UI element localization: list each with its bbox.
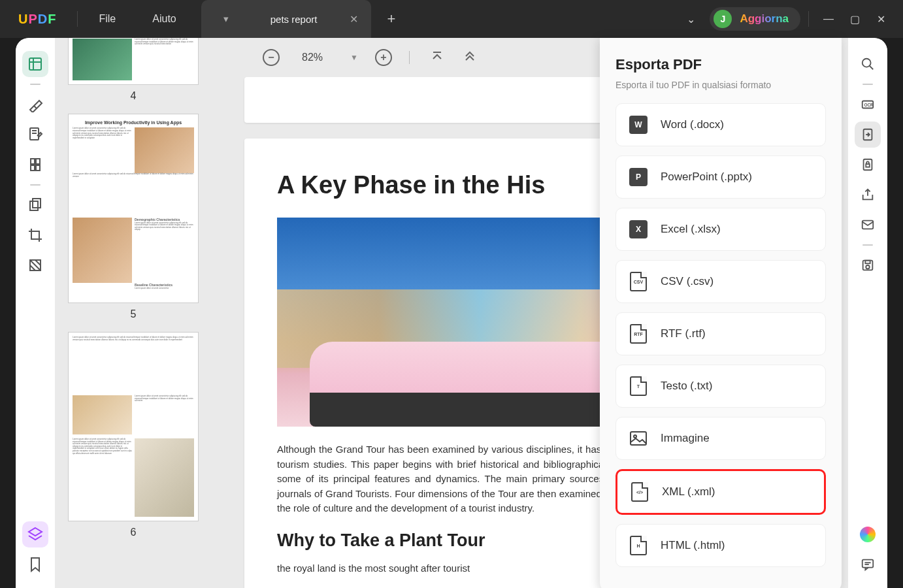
svg-rect-7 bbox=[36, 159, 40, 164]
svg-rect-0 bbox=[29, 58, 41, 70]
divider bbox=[808, 11, 809, 27]
avatar: J bbox=[714, 10, 732, 28]
excel-icon: X bbox=[629, 220, 648, 238]
upgrade-label: Aggiorna bbox=[740, 12, 789, 25]
export-button[interactable] bbox=[855, 122, 881, 148]
export-subtitle: Esporta il tuo PDF in qualsiasi formato bbox=[616, 80, 826, 90]
user-badge[interactable]: J Aggiorna bbox=[710, 7, 800, 31]
zoom-dropdown-icon[interactable]: ▼ bbox=[345, 53, 363, 62]
protect-button[interactable] bbox=[855, 152, 881, 178]
export-text[interactable]: T Testo (.txt) bbox=[616, 365, 826, 408]
thumbnail-number-6: 6 bbox=[68, 527, 199, 538]
minimize-button[interactable]: — bbox=[822, 13, 835, 25]
right-toolbar: OCR bbox=[848, 38, 887, 588]
svg-rect-26 bbox=[865, 261, 870, 264]
thumbnail-number-5: 5 bbox=[68, 308, 199, 320]
rtf-icon: RTF bbox=[629, 325, 648, 343]
menu-help[interactable]: Aiuto bbox=[134, 13, 194, 25]
svg-rect-23 bbox=[866, 164, 870, 167]
left-toolbar bbox=[16, 38, 55, 588]
search-button[interactable] bbox=[855, 51, 881, 77]
tab-caret-icon[interactable]: ▾ bbox=[214, 13, 238, 25]
comments-button[interactable] bbox=[855, 551, 881, 578]
export-xml[interactable]: </> XML (.xml) bbox=[616, 469, 826, 515]
export-word[interactable]: W Word (.docx) bbox=[616, 103, 826, 146]
export-csv[interactable]: CSV CSV (.csv) bbox=[616, 260, 826, 303]
svg-rect-11 bbox=[33, 199, 41, 208]
thumbnail-panel: Lorem ipsum dolor sit amet consectetur a… bbox=[55, 38, 212, 588]
export-powerpoint[interactable]: P PowerPoint (.pptx) bbox=[616, 155, 826, 199]
svg-line-15 bbox=[35, 260, 41, 265]
zoom-out-button[interactable]: − bbox=[263, 49, 280, 66]
text-icon: T bbox=[629, 377, 648, 395]
svg-rect-9 bbox=[36, 165, 40, 171]
svg-rect-28 bbox=[862, 560, 874, 568]
titlebar: UPDF File Aiuto ▾ pets report ✕ + ⌄ J Ag… bbox=[0, 0, 903, 38]
ocr-button[interactable]: OCR bbox=[855, 91, 881, 118]
svg-text:OCR: OCR bbox=[864, 103, 874, 107]
layers-tool[interactable] bbox=[22, 521, 48, 547]
prev-page-icon[interactable] bbox=[459, 51, 480, 65]
tab-title: pets report bbox=[271, 14, 318, 25]
ai-button[interactable] bbox=[855, 521, 881, 547]
pages-tool[interactable] bbox=[22, 152, 48, 178]
tabs-dropdown-icon[interactable]: ⌄ bbox=[672, 13, 710, 25]
thumbnail-page-5[interactable]: Improve Working Productivity in Using Ap… bbox=[68, 114, 199, 303]
document-tab[interactable]: ▾ pets report ✕ bbox=[201, 0, 372, 38]
html-icon: H bbox=[629, 536, 648, 555]
highlight-tool[interactable] bbox=[22, 91, 48, 118]
thumbnail-page-6[interactable]: Lorem ipsum dolor sit amet consectetur a… bbox=[68, 332, 199, 521]
edit-tool[interactable] bbox=[22, 122, 48, 148]
ai-icon bbox=[860, 527, 876, 542]
word-icon: W bbox=[629, 116, 648, 134]
maximize-button[interactable]: ▢ bbox=[848, 13, 861, 25]
save-button[interactable] bbox=[855, 252, 881, 278]
export-title: Esporta PDF bbox=[616, 56, 826, 73]
share-button[interactable] bbox=[855, 182, 881, 208]
crop-tool[interactable] bbox=[22, 222, 48, 248]
organize-tool[interactable] bbox=[22, 192, 48, 218]
thumbnail-number-4: 4 bbox=[68, 90, 199, 102]
separator bbox=[862, 84, 873, 85]
svg-rect-10 bbox=[30, 201, 38, 210]
first-page-icon[interactable] bbox=[427, 51, 448, 65]
menu-file[interactable]: File bbox=[80, 13, 134, 25]
divider bbox=[77, 11, 78, 27]
new-tab-button[interactable]: + bbox=[371, 10, 411, 27]
zoom-in-button[interactable]: + bbox=[375, 49, 392, 66]
export-rtf[interactable]: RTF RTF (.rtf) bbox=[616, 312, 826, 355]
thumbnails-tool[interactable] bbox=[22, 51, 48, 77]
powerpoint-icon: P bbox=[629, 168, 648, 186]
svg-line-14 bbox=[30, 265, 35, 270]
xml-icon: </> bbox=[631, 483, 649, 501]
separator bbox=[409, 51, 410, 64]
svg-point-32 bbox=[634, 435, 636, 438]
tab-close-icon[interactable]: ✕ bbox=[350, 13, 358, 25]
csv-icon: CSV bbox=[629, 272, 648, 291]
svg-rect-6 bbox=[31, 159, 35, 164]
zoom-value: 82% bbox=[291, 52, 333, 63]
export-excel[interactable]: X Excel (.xlsx) bbox=[616, 208, 826, 251]
export-panel: Esporta PDF Esporta il tuo PDF in qualsi… bbox=[600, 38, 842, 588]
image-icon bbox=[629, 429, 648, 448]
svg-line-18 bbox=[870, 66, 874, 70]
email-button[interactable] bbox=[855, 212, 881, 238]
window-controls: — ▢ ✕ bbox=[812, 13, 903, 25]
redact-tool[interactable] bbox=[22, 252, 48, 278]
svg-line-13 bbox=[30, 260, 41, 270]
app-logo: UPDF bbox=[0, 12, 74, 27]
svg-point-27 bbox=[866, 265, 870, 269]
separator bbox=[30, 184, 41, 186]
separator bbox=[862, 244, 873, 246]
separator bbox=[30, 84, 41, 85]
svg-point-17 bbox=[862, 59, 871, 67]
export-html[interactable]: H HTML (.html) bbox=[616, 524, 826, 567]
export-image[interactable]: Immagine bbox=[616, 417, 826, 460]
thumbnail-page-4[interactable]: Lorem ipsum dolor sit amet consectetur a… bbox=[68, 38, 199, 85]
svg-rect-8 bbox=[31, 165, 35, 171]
bookmark-tool[interactable] bbox=[22, 551, 48, 578]
close-window-button[interactable]: ✕ bbox=[874, 13, 887, 25]
svg-rect-31 bbox=[631, 432, 646, 445]
